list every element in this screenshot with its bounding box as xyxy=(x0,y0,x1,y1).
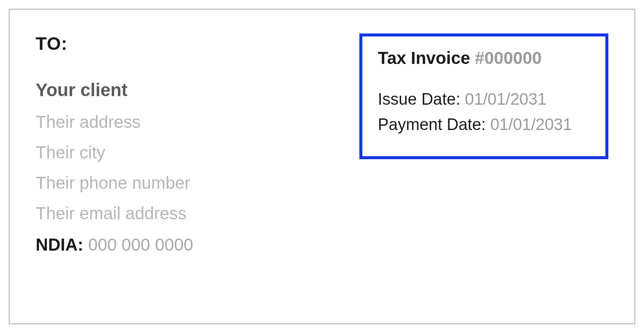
invoice-title-row: Tax Invoice #000000 xyxy=(378,48,590,68)
to-label: TO: xyxy=(36,33,193,54)
invoice-container: TO: Your client Their address Their city… xyxy=(9,9,635,324)
invoice-meta-box: Tax Invoice #000000 Issue Date: 01/01/20… xyxy=(359,33,608,159)
issue-date-row: Issue Date: 01/01/2031 xyxy=(378,90,590,109)
client-name: Your client xyxy=(36,80,193,100)
ndia-row: NDIA: 000 000 0000 xyxy=(36,235,193,254)
payment-date-row: Payment Date: 01/01/2031 xyxy=(378,115,590,134)
client-phone: Their phone number xyxy=(36,173,193,193)
issue-date-label: Issue Date: xyxy=(378,90,465,108)
ndia-value: 000 000 0000 xyxy=(83,235,193,254)
issue-date-value: 01/01/2031 xyxy=(465,90,547,108)
client-email: Their email address xyxy=(36,204,193,223)
client-city: Their city xyxy=(36,143,193,162)
recipient-section: TO: Your client Their address Their city… xyxy=(36,33,193,254)
client-address: Their address xyxy=(36,112,193,132)
invoice-title: Tax Invoice xyxy=(378,48,475,67)
invoice-number: #000000 xyxy=(475,48,542,67)
payment-date-value: 01/01/2031 xyxy=(490,115,572,133)
ndia-label: NDIA: xyxy=(36,235,83,254)
payment-date-label: Payment Date: xyxy=(378,115,490,133)
